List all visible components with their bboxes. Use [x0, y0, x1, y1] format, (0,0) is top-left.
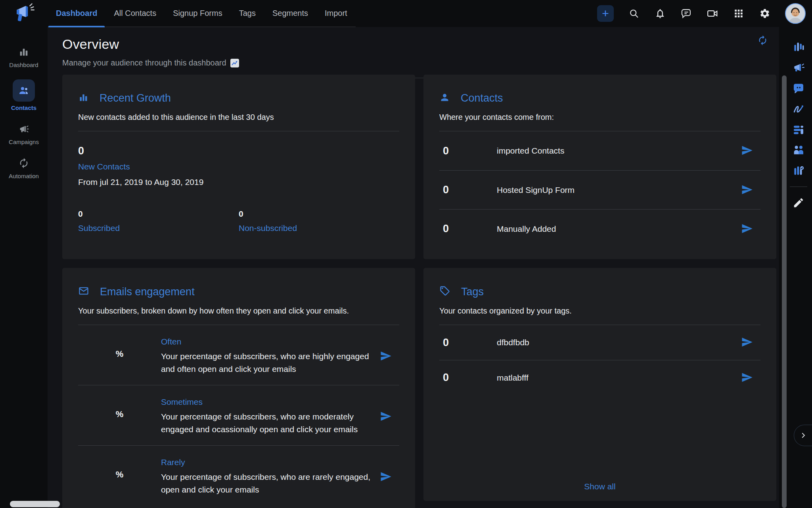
nav-tab[interactable]: Import: [316, 0, 356, 27]
sidebar-item-contacts[interactable]: Contacts: [11, 79, 36, 111]
sidebar-item-automation[interactable]: Automation: [9, 156, 39, 179]
card-header: Contacts: [423, 75, 776, 104]
right-rail-icons: [785, 27, 812, 210]
topbar-actions: +: [597, 0, 812, 27]
nav-tab[interactable]: Segments: [264, 0, 316, 27]
new-contacts-link[interactable]: New Contacts: [78, 162, 130, 171]
subscribed-count: 0: [78, 209, 239, 219]
nav-tab[interactable]: Signup Forms: [165, 0, 231, 27]
bar-chart-icon: [78, 92, 89, 104]
source-count: 0: [439, 184, 497, 196]
source-label: imported Contacts: [497, 146, 741, 156]
send-icon[interactable]: [379, 471, 392, 483]
main-content: Overview Manage your audience through th…: [48, 27, 779, 508]
card-title: Contacts: [461, 92, 503, 104]
send-icon[interactable]: [741, 336, 753, 349]
source-count: 0: [439, 145, 497, 157]
sidebar-item-label: Contacts: [11, 104, 36, 111]
sync-arrows-icon: [18, 156, 29, 170]
engagement-description: Your percentage of subscribers, who are …: [161, 350, 377, 375]
send-icon[interactable]: [379, 410, 392, 423]
engagement-link[interactable]: Rarely: [161, 458, 185, 467]
send-icon[interactable]: [741, 144, 753, 157]
chat-bubble-icon[interactable]: [680, 8, 692, 19]
engagement-link[interactable]: Often: [161, 337, 181, 346]
app-logo[interactable]: [0, 0, 48, 27]
chart-check-icon[interactable]: [792, 164, 805, 177]
sidebar-item-dashboard[interactable]: Dashboard: [9, 45, 38, 68]
tag-label: dfbdfbdb: [497, 338, 741, 347]
list-rows-icon[interactable]: [792, 123, 805, 136]
non-subscribed-link[interactable]: Non-subscribed: [239, 223, 297, 233]
chatbot-bubble-icon[interactable]: [792, 81, 805, 95]
card-title: Recent Growth: [100, 92, 171, 104]
video-camera-icon[interactable]: [707, 8, 718, 19]
page-header: Overview Manage your audience through th…: [48, 27, 779, 67]
notifications-bell-icon[interactable]: [654, 8, 666, 19]
source-label: Hosted SignUp Form: [497, 185, 741, 195]
sidebar-item-label: Campaigns: [9, 139, 39, 145]
nav-tab[interactable]: Dashboard: [48, 0, 105, 27]
page-subtitle-text: Manage your audience through this dashbo…: [62, 58, 226, 67]
card-header: Recent Growth: [62, 75, 415, 104]
subscribed-link[interactable]: Subscribed: [78, 223, 120, 233]
contact-source-row: 0 Hosted SignUp Form: [439, 170, 760, 209]
signature-curve-icon[interactable]: [792, 102, 805, 115]
card-subtitle: Your subscribers, broken down by how oft…: [62, 298, 415, 316]
engagement-percent: %: [78, 337, 161, 359]
recent-growth-card: Recent Growth New contacts added to this…: [62, 75, 415, 259]
avatar[interactable]: [785, 3, 806, 24]
send-icon[interactable]: [741, 223, 753, 235]
engagement-text: Rarely Your percentage of subscribers, w…: [161, 458, 377, 496]
search-icon[interactable]: [628, 8, 640, 19]
active-item-highlight: [13, 79, 35, 102]
engagement-link[interactable]: Sometimes: [161, 397, 203, 407]
engagement-percent: %: [78, 458, 161, 480]
source-count: 0: [439, 223, 497, 235]
card-title: Tags: [461, 286, 484, 298]
page-subtitle: Manage your audience through this dashbo…: [62, 58, 763, 67]
people-pair-icon[interactable]: [792, 143, 805, 157]
vertical-scrollbar[interactable]: [782, 75, 787, 508]
new-contacts-count: 0: [78, 145, 399, 157]
emails-engagement-card: Emails engagement Your subscribers, brok…: [62, 268, 415, 508]
nav-tab[interactable]: All Contacts: [105, 0, 165, 27]
tag-row: 0 dfbdfbdb: [439, 325, 760, 360]
megaphone-icon[interactable]: [792, 61, 805, 74]
date-range: From jul 21, 2019 to Aug 30, 2019: [78, 177, 399, 187]
stats-bars-icon[interactable]: [792, 40, 805, 54]
tags-card: Tags Your contacts organized by your tag…: [423, 268, 776, 501]
engagement-text: Often Your percentage of subscribers, wh…: [161, 337, 377, 375]
send-icon[interactable]: [741, 371, 753, 384]
card-header: Emails engagement: [62, 268, 415, 298]
contact-source-row: 0 imported Contacts: [439, 131, 760, 170]
refresh-icon[interactable]: [757, 35, 768, 47]
contact-source-row: 0 Manually Added: [439, 209, 760, 248]
add-button[interactable]: +: [597, 5, 614, 22]
sidebar-item-campaigns[interactable]: Campaigns: [9, 122, 39, 145]
engagement-rows: % Often Your percentage of subscribers, …: [78, 325, 399, 506]
show-all-link[interactable]: Show all: [423, 482, 776, 491]
contact-source-rows: 0 imported Contacts 0 Hosted SignUp Form: [439, 131, 760, 248]
bar-chart-icon: [18, 45, 29, 59]
expand-panel-button[interactable]: [794, 425, 812, 446]
source-label: Manually Added: [497, 224, 741, 234]
left-sidebar: Dashboard Contacts Campaigns Automation: [0, 27, 48, 508]
card-subtitle: Your contacts organized by your tags.: [423, 298, 776, 316]
tag-label: matlabfff: [497, 373, 741, 383]
card-title: Emails engagement: [100, 286, 195, 298]
send-icon[interactable]: [741, 184, 753, 196]
contacts-card: Contacts Where your contacts come from: …: [423, 75, 776, 259]
horizontal-scrollbar[interactable]: [10, 501, 60, 507]
envelope-icon: [78, 285, 89, 298]
non-subscribed-stat: 0 Non-subscribed: [239, 209, 399, 233]
pencil-edit-icon[interactable]: [792, 196, 805, 210]
send-icon[interactable]: [379, 350, 392, 363]
nav-tab[interactable]: Tags: [231, 0, 264, 27]
tag-icon: [439, 285, 450, 298]
tag-count: 0: [439, 371, 497, 384]
people-icon: [18, 85, 30, 96]
card-subtitle: New contacts added to this audience in t…: [62, 104, 415, 122]
settings-gear-icon[interactable]: [759, 8, 771, 19]
apps-grid-icon[interactable]: [733, 8, 745, 19]
